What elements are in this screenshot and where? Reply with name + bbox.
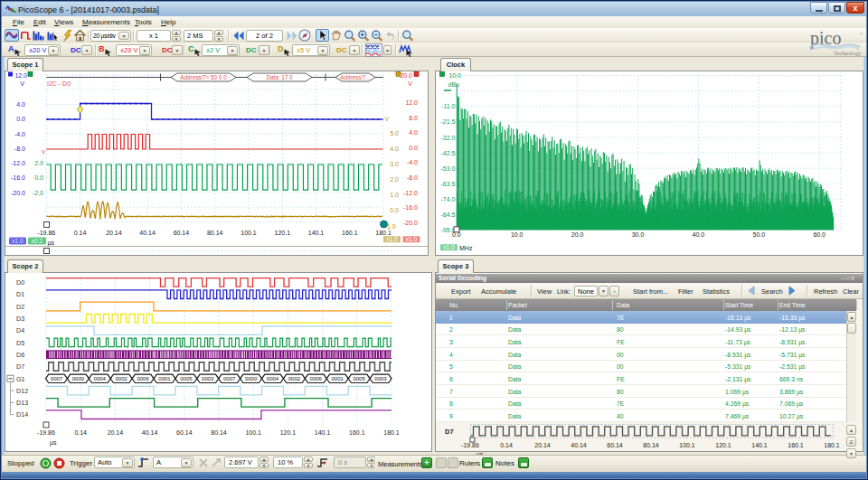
svg-text:0.14: 0.14 [500,442,513,448]
svg-text:3.0: 3.0 [390,161,399,167]
svg-text:40.14: 40.14 [142,429,158,436]
svg-text:D13: D13 [16,399,28,407]
svg-text:0.14: 0.14 [74,230,87,236]
svg-text:+: + [361,31,365,39]
svg-text:12.0: 12.0 [405,99,418,106]
svg-text:20.14: 20.14 [106,230,122,236]
svg-text:-63.5: -63.5 [441,181,456,187]
svg-text:D3: D3 [16,315,24,323]
svg-text:0005: 0005 [180,376,193,381]
svg-text:I2C - D0: I2C - D0 [47,80,71,87]
svg-text:0002: 0002 [288,376,301,381]
svg-text:40.0: 40.0 [693,231,705,238]
svg-text:-12.0: -12.0 [403,190,418,196]
svg-text:-53.0: -53.0 [441,165,456,172]
svg-text:®: ® [860,32,863,36]
svg-text:4.0: 4.0 [409,129,418,136]
svg-text:-19.86: -19.86 [37,429,55,436]
svg-text:Address/7...: Address/7... [340,74,371,80]
svg-text:0005: 0005 [353,376,365,381]
svg-text:5.0: 5.0 [390,130,399,136]
svg-text:20.14: 20.14 [108,429,124,436]
svg-text:30.0: 30.0 [632,231,645,238]
svg-text:60.14: 60.14 [176,429,193,436]
svg-text:0004: 0004 [94,376,107,381]
svg-text:V: V [408,80,412,87]
svg-text:80.14: 80.14 [211,429,227,436]
svg-text:V: V [20,80,24,87]
svg-text:µs: µs [50,439,57,447]
svg-text:-84.5: -84.5 [441,212,456,218]
svg-text:20.0: 20.0 [400,72,412,79]
svg-text:40.14: 40.14 [571,442,587,448]
svg-text:-8.0: -8.0 [14,146,25,152]
svg-text:120.1: 120.1 [715,442,731,448]
svg-text:D14: D14 [16,410,28,419]
svg-text:8.0: 8.0 [409,115,418,121]
svg-text:180.1: 180.1 [824,442,840,448]
svg-text:160.1: 160.1 [349,429,365,436]
svg-text:180.1: 180.1 [383,429,400,436]
svg-text:10.0: 10.0 [511,231,524,238]
svg-text:80.14: 80.14 [643,442,659,448]
svg-text:12.0: 12.0 [14,72,27,79]
svg-text:2.0: 2.0 [34,160,43,166]
svg-text:4.0: 4.0 [390,146,399,152]
svg-text:-2.0: -2.0 [33,190,43,196]
svg-text:x1.0: x1.0 [12,238,24,244]
svg-text:-12.0: -12.0 [11,160,25,166]
svg-text:160.1: 160.1 [788,442,804,448]
svg-text:4.0: 4.0 [16,101,25,108]
svg-text:0003: 0003 [202,376,214,381]
svg-text:160.1: 160.1 [342,230,358,236]
svg-text:Address/7= 50 0 0: Address/7= 50 0 0 [180,74,227,80]
svg-text:x1.0: x1.0 [386,236,398,242]
svg-text:-21.5: -21.5 [441,118,456,125]
svg-text:MHz: MHz [459,245,473,251]
svg-text:0006: 0006 [310,376,323,381]
svg-text:D12: D12 [16,387,28,395]
svg-text:0006: 0006 [137,376,149,381]
svg-text:dBu: dBu [448,81,460,88]
svg-text:D7: D7 [445,428,454,436]
svg-text:D4: D4 [16,326,24,334]
svg-text:20.0: 20.0 [571,231,584,238]
svg-text:x0.2: x0.2 [32,238,43,244]
svg-text:2.0: 2.0 [390,176,399,183]
svg-text:140.1: 140.1 [308,230,325,236]
svg-text:1.0: 1.0 [390,192,399,198]
svg-text:-4.0: -4.0 [14,131,25,137]
svg-text:60.0: 60.0 [813,231,826,238]
svg-text:Technology: Technology [834,50,862,56]
svg-text:0007: 0007 [223,376,236,381]
svg-text:-32.0: -32.0 [441,135,456,141]
svg-text:Data: 17 0: Data: 17 0 [266,74,293,80]
svg-text:V: V [42,149,45,155]
svg-text:40.14: 40.14 [139,230,156,236]
svg-text:0.0: 0.0 [409,145,418,151]
svg-text:0.0: 0.0 [16,116,25,122]
svg-text:80.14: 80.14 [207,230,223,236]
svg-text:0007: 0007 [51,376,63,381]
svg-text:x1.0: x1.0 [443,244,455,250]
svg-text:-16.0: -16.0 [403,204,418,211]
svg-text:0001: 0001 [158,376,171,381]
svg-text:-16.0: -16.0 [11,174,25,181]
svg-text:0.14: 0.14 [74,429,87,436]
svg-text:0002: 0002 [116,376,128,381]
svg-text:D2: D2 [16,303,24,311]
svg-text:-42.5: -42.5 [441,150,456,156]
svg-text:180.1: 180.1 [375,230,392,236]
svg-text:V: V [385,116,390,122]
svg-text:-8.0: -8.0 [407,174,418,181]
svg-text:D6: D6 [16,351,24,359]
svg-text:120.1: 120.1 [275,230,291,236]
svg-text:-11.0: -11.0 [441,103,456,109]
svg-text:-74.0: -74.0 [441,196,456,202]
svg-text:0000: 0000 [72,376,85,381]
svg-text:D7: D7 [16,362,24,371]
svg-text:G1: G1 [16,375,25,383]
svg-text:10.0: 10.0 [448,72,461,79]
svg-text:-19.86: -19.86 [37,230,55,236]
svg-text:100.1: 100.1 [241,230,257,236]
